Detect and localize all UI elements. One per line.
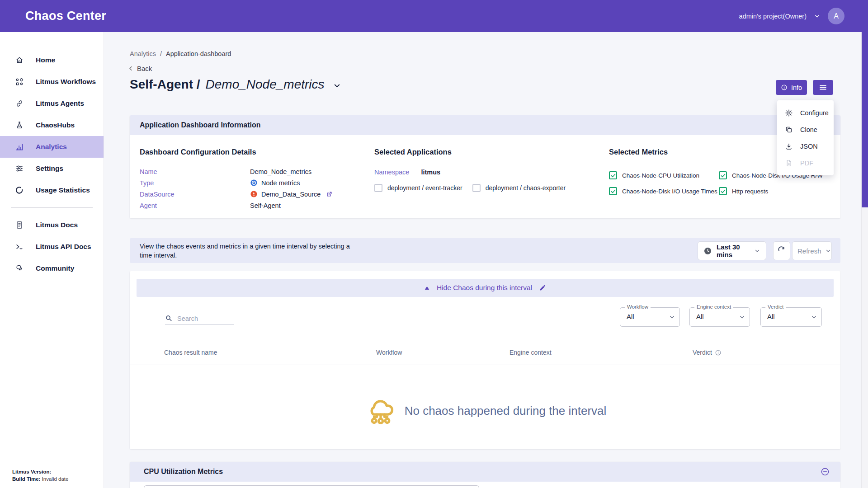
chart-placeholder-box: [144, 485, 479, 488]
column-header-chaos-result-name: Chaos result name: [164, 349, 217, 356]
engine-context-filter-select[interactable]: Engine context All: [689, 307, 750, 327]
info-circle-icon[interactable]: [715, 349, 722, 356]
refresh-now-button[interactable]: [773, 241, 790, 260]
time-range-value: Last 30 mins: [717, 243, 750, 258]
workflow-filter-select[interactable]: Workflow All: [620, 307, 680, 327]
cpu-section-title: CPU Utilization Metrics: [144, 468, 223, 476]
top-app-bar: Chaos Center admin's project(Owner) A: [0, 0, 868, 32]
metric-option: Chaos-Node-CPU Utilization: [609, 171, 719, 179]
search-icon: [165, 314, 173, 322]
sidebar-item-label: Settings: [36, 164, 63, 173]
chevron-down-icon: [739, 314, 745, 320]
sidebar-item-label: Litmus Workflows: [36, 78, 96, 86]
section-title: Selected Metrics: [609, 148, 668, 156]
section-title: Selected Applications: [374, 148, 452, 156]
sidebar-item-label: Usage Statistics: [36, 186, 90, 194]
menu-item-configure[interactable]: Configure: [777, 104, 834, 121]
refresh-icon: [777, 246, 786, 255]
file-icon: [785, 159, 793, 167]
verdict-filter-select[interactable]: Verdict All: [760, 307, 822, 327]
checkbox-checked[interactable]: [719, 187, 727, 195]
sidebar-item-chaoshubs[interactable]: ChaosHubs: [0, 114, 104, 136]
namespace-value: litmus: [421, 169, 440, 176]
sidebar-item-label: ChaosHubs: [36, 121, 75, 129]
workflows-icon: [15, 77, 24, 86]
node-metrics-icon: [250, 179, 258, 187]
cloud-network-icon: [364, 394, 397, 427]
avatar[interactable]: A: [828, 8, 844, 24]
search-input[interactable]: [177, 315, 227, 322]
collapse-triangle-icon[interactable]: [424, 286, 430, 291]
back-button[interactable]: Back: [128, 65, 152, 72]
metric-option: Chaos-Node-Disk I/O Usage Times: [609, 187, 719, 195]
menu-item-json[interactable]: JSON: [777, 138, 834, 155]
sidebar-item-settings[interactable]: Settings: [0, 158, 104, 179]
breadcrumb-current: Application-dashboard: [166, 50, 231, 57]
sidebar-item-litmus-agents[interactable]: Litmus Agents: [0, 93, 104, 114]
time-range-select[interactable]: Last 30 mins: [698, 241, 766, 260]
hide-chaos-toggle-label[interactable]: Hide Chaos during this interval: [437, 284, 532, 292]
sidebar-item-home[interactable]: Home: [0, 49, 104, 71]
sidebar-item-analytics[interactable]: Analytics: [0, 136, 104, 158]
main-content: Analytics / Application-dashboard Back S…: [104, 32, 868, 488]
menu-item-label: Configure: [800, 109, 829, 117]
build-time-value: Invalid date: [42, 476, 69, 482]
clone-icon: [785, 126, 793, 134]
checkbox-unchecked[interactable]: [472, 184, 481, 192]
download-icon: [785, 142, 793, 150]
application-option: deployment / event-tracker: [374, 184, 462, 192]
clock-icon: [703, 247, 712, 255]
sliders-icon: [15, 164, 24, 173]
checkbox-unchecked[interactable]: [374, 184, 382, 192]
config-row-datasource: DataSource Demo_Data_Source: [140, 188, 333, 200]
config-row-agent: Agent Self-Agent: [140, 200, 333, 211]
sidebar-item-community[interactable]: Community: [0, 258, 104, 279]
chaos-events-card: Hide Chaos during this interval Workflow…: [130, 271, 840, 449]
flask-icon: [15, 121, 24, 130]
chevron-down-icon: [754, 248, 760, 254]
breadcrumb: Analytics / Application-dashboard: [130, 50, 231, 57]
terminal-icon: [15, 242, 24, 251]
sidebar-item-usage-statistics[interactable]: Usage Statistics: [0, 179, 104, 201]
config-row-type: Type Node metrics: [140, 177, 333, 188]
sidebar-item-label: Home: [36, 56, 55, 64]
breadcrumb-analytics[interactable]: Analytics: [130, 50, 156, 57]
chevron-down-icon: [669, 314, 675, 320]
menu-item-label: JSON: [800, 143, 818, 150]
back-label: Back: [137, 65, 152, 72]
metric-option: Http requests: [719, 187, 823, 195]
application-dashboard-information-card: Application Dashboard Information Dashbo…: [130, 115, 840, 218]
sidebar-item-litmus-api-docs[interactable]: Litmus API Docs: [0, 236, 104, 258]
scrollbar-thumb[interactable]: [862, 32, 868, 207]
sidebar-item-label: Community: [36, 264, 74, 272]
external-link-icon[interactable]: [326, 191, 333, 197]
checkbox-checked[interactable]: [609, 171, 617, 179]
build-time-label: Build Time:: [12, 476, 40, 482]
chevron-down-icon[interactable]: [814, 13, 821, 19]
chevron-down-icon: [811, 314, 817, 320]
collapse-minus-icon[interactable]: [821, 467, 830, 476]
empty-message: No chaos happened during the interval: [405, 404, 607, 418]
info-button[interactable]: Info: [776, 80, 807, 95]
project-selector[interactable]: admin's project(Owner): [739, 13, 807, 20]
sidebar-divider: [11, 207, 93, 208]
sidebar-item-label: Litmus Docs: [36, 221, 78, 229]
version-label: Litmus Version:: [12, 469, 51, 474]
menu-item-clone[interactable]: Clone: [777, 121, 834, 138]
column-header-verdict: Verdict: [693, 349, 722, 356]
checkbox-checked[interactable]: [609, 187, 617, 195]
checkbox-checked[interactable]: [719, 171, 727, 179]
time-interval-bar: View the chaos events and metrics in a g…: [130, 238, 840, 263]
section-title: Dashboard Configuration Details: [140, 148, 256, 156]
prometheus-icon: [250, 190, 258, 198]
sidebar: Home Litmus Workflows Litmus Agents Chao…: [0, 32, 104, 488]
application-option: deployment / chaos-exporter: [472, 184, 566, 192]
title-chevron-down-icon[interactable]: [333, 81, 341, 90]
sidebar-item-litmus-docs[interactable]: Litmus Docs: [0, 214, 104, 236]
dashboard-menu-dropdown: Configure Clone JSON PDF: [777, 100, 834, 175]
info-icon: [781, 84, 788, 91]
refresh-interval-select[interactable]: Refresh: [792, 241, 832, 260]
edit-pencil-icon[interactable]: [539, 284, 546, 291]
dashboard-menu-button[interactable]: [813, 80, 833, 95]
sidebar-item-litmus-workflows[interactable]: Litmus Workflows: [0, 71, 104, 93]
